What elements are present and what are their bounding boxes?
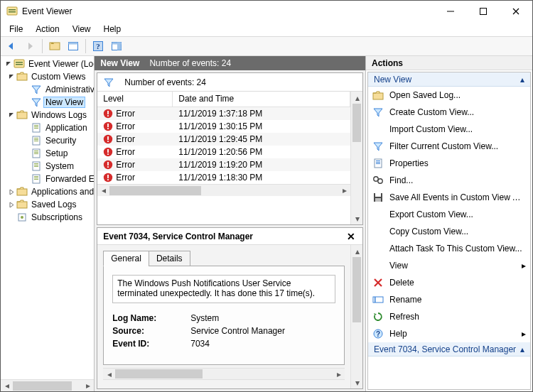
- detail-close-button[interactable]: ✕: [345, 231, 357, 242]
- table-row[interactable]: Error11/1/2019 1:37:18 PM: [97, 107, 350, 120]
- action-refresh[interactable]: Refresh: [368, 308, 530, 325]
- scroll-down-icon[interactable]: ▾: [351, 376, 363, 388]
- chevron-down-icon[interactable]: [6, 110, 16, 120]
- menu-file[interactable]: File: [4, 23, 28, 35]
- collapse-icon[interactable]: ▴: [520, 75, 524, 85]
- chevron-down-icon[interactable]: [6, 72, 16, 82]
- action-label: Open Saved Log...: [389, 90, 526, 100]
- action-delete[interactable]: Delete: [368, 274, 530, 291]
- svg-rect-64: [376, 163, 380, 164]
- action-open-saved-log[interactable]: Open Saved Log...: [368, 87, 530, 104]
- table-row[interactable]: Error11/1/2019 1:18:30 PM: [97, 171, 350, 184]
- scroll-right-icon[interactable]: ▸: [82, 380, 94, 392]
- actions-group-new-view[interactable]: New View ▴: [368, 72, 530, 87]
- detail-horizontal-scrollbar[interactable]: ◂ ▸: [103, 368, 345, 380]
- window-title: Event Viewer: [22, 6, 72, 16]
- tree-forwarded[interactable]: Forwarded Events: [1, 173, 94, 185]
- nav-forward-button[interactable]: [22, 38, 38, 54]
- tab-general[interactable]: General: [103, 251, 149, 266]
- prop-label: Event ID:: [112, 339, 190, 352]
- action-help[interactable]: ?Help▸: [368, 325, 530, 342]
- chevron-down-icon[interactable]: [4, 59, 14, 69]
- scroll-up-icon[interactable]: ▴: [351, 92, 363, 104]
- svg-rect-25: [34, 141, 38, 141]
- action-save-all[interactable]: Save All Events in Custom View As...: [368, 189, 530, 206]
- tree-application[interactable]: Application: [1, 121, 94, 134]
- chevron-right-icon[interactable]: [6, 187, 16, 197]
- column-headers[interactable]: Level Date and Time: [97, 92, 350, 107]
- svg-rect-15: [16, 64, 23, 65]
- svg-rect-13: [14, 60, 24, 67]
- maximize-button[interactable]: [467, 1, 500, 22]
- scroll-up-icon[interactable]: ▴: [351, 245, 363, 257]
- event-tree[interactable]: Event Viewer (Local) Custom Views: [1, 56, 94, 379]
- event-properties: Log Name:System Source:Service Control M…: [112, 313, 335, 352]
- table-row[interactable]: Error11/1/2019 1:30:15 PM: [97, 120, 350, 133]
- action-properties[interactable]: Properties: [368, 155, 530, 172]
- funnel-icon: [31, 84, 42, 95]
- menubar: File Action View Help: [1, 22, 532, 36]
- detail-vertical-scrollbar[interactable]: ▴ ▾: [350, 245, 362, 388]
- svg-rect-43: [107, 111, 109, 114]
- actions-group-event[interactable]: Event 7034, Service Control Manager ▴: [368, 342, 530, 356]
- menu-help[interactable]: Help: [98, 23, 127, 35]
- toolbar-help-button[interactable]: ?: [90, 38, 106, 54]
- menu-action[interactable]: Action: [30, 23, 65, 35]
- close-button[interactable]: [500, 1, 532, 22]
- toolbar-separator: [42, 39, 43, 53]
- scroll-left-icon[interactable]: ◂: [1, 380, 13, 392]
- tree-admin-events[interactable]: Administrative Events: [1, 83, 94, 96]
- nav-back-button[interactable]: [4, 38, 19, 54]
- action-find[interactable]: Find...: [368, 172, 530, 189]
- action-rename[interactable]: Rename: [368, 291, 530, 308]
- show-tree-button[interactable]: [47, 38, 63, 54]
- error-icon: [103, 147, 113, 157]
- nav-horizontal-scrollbar[interactable]: ◂ ▸: [1, 379, 94, 391]
- cell-level: Error: [116, 160, 135, 170]
- event-list[interactable]: Level Date and Time Error11/1/2019 1:37:…: [97, 92, 350, 224]
- action-filter-current[interactable]: Filter Current Custom View...: [368, 138, 530, 155]
- table-row[interactable]: Error11/1/2019 1:20:56 PM: [97, 146, 350, 158]
- tree-label: Windows Logs: [30, 110, 88, 120]
- action-label: Help: [389, 329, 516, 339]
- tree-custom-views[interactable]: Custom Views Administrative Events: [1, 70, 94, 109]
- col-date[interactable]: Date and Time: [173, 92, 350, 107]
- action-copy[interactable]: Copy Custom View...: [368, 223, 530, 240]
- tree-saved-logs[interactable]: Saved Logs: [1, 198, 94, 211]
- menu-view[interactable]: View: [67, 23, 97, 35]
- col-level[interactable]: Level: [97, 92, 173, 107]
- tree-subscriptions[interactable]: Subscriptions: [1, 211, 94, 224]
- toggle-action-pane-button[interactable]: [109, 38, 124, 54]
- actions-group-label: Event 7034, Service Control Manager: [374, 344, 516, 354]
- event-message[interactable]: The Windows Push Notifications User Serv…: [112, 275, 335, 303]
- scroll-left-icon[interactable]: ◂: [103, 368, 115, 380]
- chevron-right-icon[interactable]: [6, 200, 16, 209]
- scroll-right-icon[interactable]: ▸: [333, 368, 345, 380]
- toggle-panes-button[interactable]: [65, 38, 81, 54]
- tree-root[interactable]: Event Viewer (Local) Custom Views: [1, 58, 94, 224]
- table-row[interactable]: Error11/1/2019 1:29:45 PM: [97, 133, 350, 146]
- scroll-down-icon[interactable]: ▾: [351, 212, 363, 224]
- tree-new-view[interactable]: New View: [1, 96, 94, 109]
- scroll-left-icon[interactable]: ◂: [97, 185, 109, 197]
- tree-windows-logs[interactable]: Windows Logs Application Security Setup …: [1, 109, 94, 185]
- action-export[interactable]: Export Custom View...: [368, 206, 530, 223]
- tree-apps-services[interactable]: Applications and Services Logs: [1, 185, 94, 198]
- tab-details[interactable]: Details: [149, 251, 190, 266]
- body-area: Event Viewer (Local) Custom Views: [1, 56, 532, 391]
- collapse-icon[interactable]: ▴: [520, 344, 524, 354]
- tree-system[interactable]: System: [1, 160, 94, 173]
- list-horizontal-scrollbar[interactable]: ◂ ▸: [97, 184, 350, 196]
- scroll-right-icon[interactable]: ▸: [338, 185, 350, 197]
- tree-setup[interactable]: Setup: [1, 147, 94, 160]
- action-view[interactable]: View▸: [368, 257, 530, 274]
- list-vertical-scrollbar[interactable]: ▴ ▾: [350, 92, 362, 224]
- blank-icon: [372, 124, 384, 135]
- action-create-custom-view[interactable]: Create Custom View...: [368, 104, 530, 121]
- table-row[interactable]: Error11/1/2019 1:19:20 PM: [97, 158, 350, 171]
- action-attach-task[interactable]: Attach Task To This Custom View...: [368, 240, 530, 257]
- subscription-icon: [16, 212, 28, 223]
- action-import-custom-view[interactable]: Import Custom View...: [368, 121, 530, 138]
- tree-security[interactable]: Security: [1, 134, 94, 147]
- minimize-button[interactable]: [434, 1, 467, 22]
